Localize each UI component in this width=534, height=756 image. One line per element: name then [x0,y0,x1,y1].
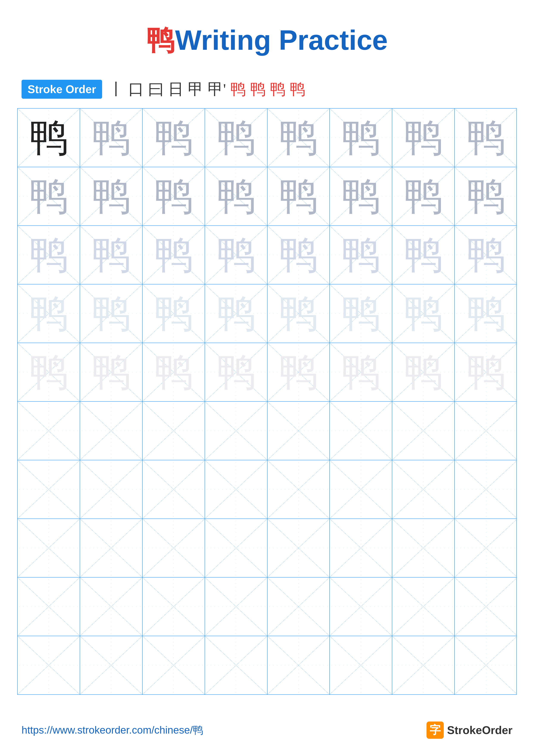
practice-char: 鸭 [92,235,131,274]
grid-cell: 鸭 [142,226,205,284]
grid-cell: 鸭 [267,343,330,401]
grid-cell-empty[interactable] [205,519,267,577]
grid-cell: 鸭 [455,109,517,167]
grid-cell: 鸭 [330,284,392,343]
grid-cell-empty[interactable] [142,402,205,460]
grid-row [18,460,516,519]
grid-cell-empty[interactable] [80,519,142,577]
title-text: Writing Practice [175,24,388,56]
practice-char: 鸭 [279,118,318,157]
grid-cell: 鸭 [455,343,517,401]
practice-char: 鸭 [404,177,443,216]
practice-char: 鸭 [279,177,318,216]
practice-char: 鸭 [154,294,193,333]
footer-url[interactable]: https://www.strokeorder.com/chinese/鸭 [21,723,203,737]
practice-char: 鸭 [279,235,318,274]
grid-cell-empty[interactable] [392,578,455,636]
grid-cell-empty[interactable] [80,636,142,694]
practice-char: 鸭 [29,294,68,333]
grid-cell: 鸭 [142,109,205,167]
grid-cell-empty[interactable] [267,460,330,519]
grid-cell-empty[interactable] [142,519,205,577]
grid-cell-empty[interactable] [18,519,80,577]
grid-cell-empty[interactable] [392,636,455,694]
practice-char: 鸭 [279,353,318,392]
practice-char: 鸭 [29,118,68,157]
practice-char: 鸭 [92,294,131,333]
practice-char: 鸭 [154,235,193,274]
grid-row: 鸭 鸭 鸭 鸭 鸭 鸭 鸭 鸭 [18,109,516,167]
practice-char: 鸭 [92,177,131,216]
grid-row: 鸭 鸭 鸭 鸭 鸭 鸭 鸭 鸭 [18,343,516,402]
grid-cell-empty[interactable] [392,519,455,577]
grid-cell-empty[interactable] [392,402,455,460]
practice-char: 鸭 [342,177,380,216]
grid-cell: 鸭 [18,284,80,343]
grid-cell-empty[interactable] [80,460,142,519]
grid-cell-empty[interactable] [455,460,517,519]
grid-cell: 鸭 [392,284,455,343]
grid-row [18,636,516,694]
practice-char: 鸭 [154,353,193,392]
grid-cell-empty[interactable] [142,460,205,519]
grid-cell-empty[interactable] [455,578,517,636]
practice-char: 鸭 [404,353,443,392]
grid-cell: 鸭 [18,226,80,284]
footer-logo: 字 StrokeOrder [426,721,513,739]
grid-cell-empty[interactable] [205,460,267,519]
grid-cell-empty[interactable] [18,636,80,694]
grid-cell: 鸭 [205,167,267,226]
grid-cell-empty[interactable] [18,578,80,636]
grid-cell-empty[interactable] [267,636,330,694]
page-title: 鸭 Writing Practice [0,0,534,72]
grid-cell-empty[interactable] [330,519,392,577]
grid-cell-empty[interactable] [267,578,330,636]
practice-char: 鸭 [467,177,505,216]
stroke-order-badge: Stroke Order [21,80,102,99]
grid-cell-empty[interactable] [142,578,205,636]
grid-cell-empty[interactable] [455,636,517,694]
grid-cell: 鸭 [80,167,142,226]
grid-row: 鸭 鸭 鸭 鸭 鸭 鸭 鸭 鸭 [18,284,516,343]
grid-cell: 鸭 [267,226,330,284]
grid-cell: 鸭 [455,167,517,226]
grid-cell-empty[interactable] [455,519,517,577]
grid-cell: 鸭 [267,167,330,226]
grid-cell-empty[interactable] [330,636,392,694]
grid-cell-empty[interactable] [267,519,330,577]
grid-cell-empty[interactable] [80,578,142,636]
stroke-order-chars: 丨 口 曰 日 甲 甲' 鸭 鸭 鸭 鸭 [109,79,305,99]
grid-cell: 鸭 [205,343,267,401]
grid-cell: 鸭 [142,284,205,343]
grid-cell-empty[interactable] [330,402,392,460]
grid-cell-empty[interactable] [142,636,205,694]
grid-cell: 鸭 [330,167,392,226]
grid-cell-empty[interactable] [455,402,517,460]
grid-cell: 鸭 [18,167,80,226]
grid-cell-empty[interactable] [267,402,330,460]
grid-row [18,402,516,460]
grid-cell-empty[interactable] [80,402,142,460]
grid-cell-empty[interactable] [205,402,267,460]
grid-cell: 鸭 [205,284,267,343]
grid-cell-empty[interactable] [18,460,80,519]
practice-char: 鸭 [217,177,255,216]
grid-cell: 鸭 [392,167,455,226]
practice-char: 鸭 [92,353,131,392]
grid-cell-empty[interactable] [330,460,392,519]
grid-cell: 鸭 [205,226,267,284]
grid-cell-empty[interactable] [205,636,267,694]
grid-cell: 鸭 [392,343,455,401]
stroke-order-section: Stroke Order 丨 口 曰 日 甲 甲' 鸭 鸭 鸭 鸭 [0,72,534,108]
grid-cell-empty[interactable] [18,402,80,460]
practice-char: 鸭 [342,235,380,274]
grid-cell-empty[interactable] [330,578,392,636]
grid-cell-empty[interactable] [205,578,267,636]
grid-cell: 鸭 [392,109,455,167]
practice-char: 鸭 [217,294,255,333]
grid-cell: 鸭 [267,109,330,167]
practice-char: 鸭 [342,353,380,392]
grid-cell-empty[interactable] [392,460,455,519]
practice-char: 鸭 [217,235,255,274]
practice-char: 鸭 [154,118,193,157]
